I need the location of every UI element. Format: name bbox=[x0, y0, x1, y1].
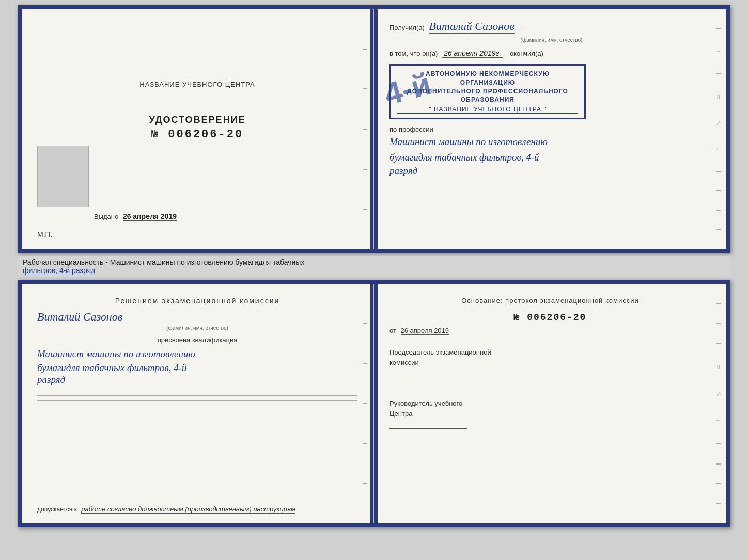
org-name-label: НАЗВАНИЕ УЧЕБНОГО ЦЕНТРА bbox=[139, 81, 255, 88]
bottom-left-page: Решением экзаменационной комиссии Витали… bbox=[22, 284, 374, 523]
stamp-line3: " НАЗВАНИЕ УЧЕБНОГО ЦЕНТРА " bbox=[397, 106, 578, 114]
top-left-page: НАЗВАНИЕ УЧЕБНОГО ЦЕНТРА УДОСТОВЕРЕНИЕ №… bbox=[22, 9, 374, 249]
middle-label: Рабочая специальность - Машинист машины … bbox=[18, 256, 730, 277]
qual-line3: разряд bbox=[37, 374, 357, 386]
top-document: НАЗВАНИЕ УЧЕБНОГО ЦЕНТРА УДОСТОВЕРЕНИЕ №… bbox=[18, 5, 730, 253]
fio-hint-bottom: (фамилия, имя, отчество) bbox=[37, 325, 357, 331]
chairman-text2: комиссии bbox=[389, 359, 419, 366]
admitted-line: допускается к работе согласно должностны… bbox=[37, 505, 357, 513]
in-that-date: 26 апреля 2019г. bbox=[442, 49, 503, 58]
top-right-page: 4-й Получил(а) Виталий Сазонов – (фамили… bbox=[374, 9, 726, 249]
commission-title: Решением экзаменационной комиссии bbox=[37, 297, 357, 305]
chairman-label: Председатель экзаменационной комиссии bbox=[389, 347, 711, 367]
left-page-dashes bbox=[360, 9, 370, 249]
protocol-date: от 26 апреля 2019 bbox=[389, 327, 711, 334]
received-line: Получил(а) Виталий Сазонов – bbox=[389, 20, 713, 34]
bottom-document: Решением экзаменационной комиссии Витали… bbox=[18, 280, 730, 527]
admitted-prefix: допускается к bbox=[37, 506, 77, 513]
admitted-value: работе согласно должностным (производств… bbox=[81, 505, 295, 514]
director-text2: Центра bbox=[389, 410, 412, 418]
in-that-prefix: в том, что он(а) bbox=[389, 50, 438, 57]
profession-line3: разряд bbox=[389, 165, 713, 177]
director-label: Руководитель учебного Центра bbox=[389, 398, 711, 419]
name-hint-top: (фамилия, имя, отчество) bbox=[389, 37, 713, 43]
right-page-dashes-top: – и ,а ← bbox=[713, 9, 724, 249]
protocol-number-value: 006206-20 bbox=[527, 312, 586, 323]
bottom-right-dashes: и ,а ← bbox=[713, 284, 724, 523]
date-value: 26 апреля 2019 bbox=[401, 327, 449, 335]
basis-title: Основание: протокол экзаменационной коми… bbox=[389, 297, 711, 305]
issued-label: Выдано bbox=[94, 213, 118, 220]
in-that-line: в том, что он(а) 26 апреля 2019г. окончи… bbox=[389, 49, 713, 57]
received-name: Виталий Сазонов bbox=[429, 20, 515, 34]
date-prefix: от bbox=[389, 327, 396, 334]
page-wrapper: НАЗВАНИЕ УЧЕБНОГО ЦЕНТРА УДОСТОВЕРЕНИЕ №… bbox=[0, 0, 748, 560]
finished-word: окончил(а) bbox=[510, 50, 543, 57]
protocol-number: № 006206-20 bbox=[389, 312, 711, 323]
chairman-text1: Председатель экзаменационной bbox=[389, 348, 491, 356]
cert-number: № 006206-20 bbox=[151, 128, 243, 141]
bottom-left-dashes bbox=[360, 284, 370, 523]
director-text1: Руководитель учебного bbox=[389, 399, 462, 407]
qualification-label: присвоена квалификация bbox=[37, 336, 357, 344]
middle-underline-text: фильтров, 4-й разряд bbox=[23, 266, 95, 275]
issued-line: Выдано 26 апреля 2019 bbox=[94, 212, 177, 220]
qual-line1: Машинист машины по изготовлению bbox=[37, 346, 357, 362]
bottom-right-page: Основание: протокол экзаменационной коми… bbox=[374, 284, 726, 523]
cert-number-prefix: № bbox=[151, 128, 160, 141]
cert-number-value: 006206-20 bbox=[168, 128, 243, 141]
qual-line2: бумагидля табачных фильтров, 4-й bbox=[37, 362, 357, 374]
profession-line1: Машинист машины по изготовлению bbox=[389, 135, 713, 150]
cert-photo bbox=[37, 146, 89, 207]
person-name-cursive: Виталий Сазонов bbox=[37, 310, 357, 324]
received-prefix: Получил(а) bbox=[389, 24, 425, 31]
director-signature bbox=[389, 419, 467, 429]
mp-label: М.П. bbox=[37, 230, 53, 238]
issued-date: 26 апреля 2019 bbox=[123, 212, 177, 221]
profession-line2: бумагидля табачных фильтров, 4-й bbox=[389, 150, 713, 166]
chairman-signature bbox=[389, 378, 467, 388]
middle-static-text: Рабочая специальность - Машинист машины … bbox=[23, 258, 304, 266]
profession-label: по профессии bbox=[389, 125, 713, 133]
cert-title: УДОСТОВЕРЕНИЕ bbox=[149, 115, 245, 125]
protocol-prefix: № bbox=[514, 312, 521, 323]
dash1: – bbox=[519, 23, 523, 31]
